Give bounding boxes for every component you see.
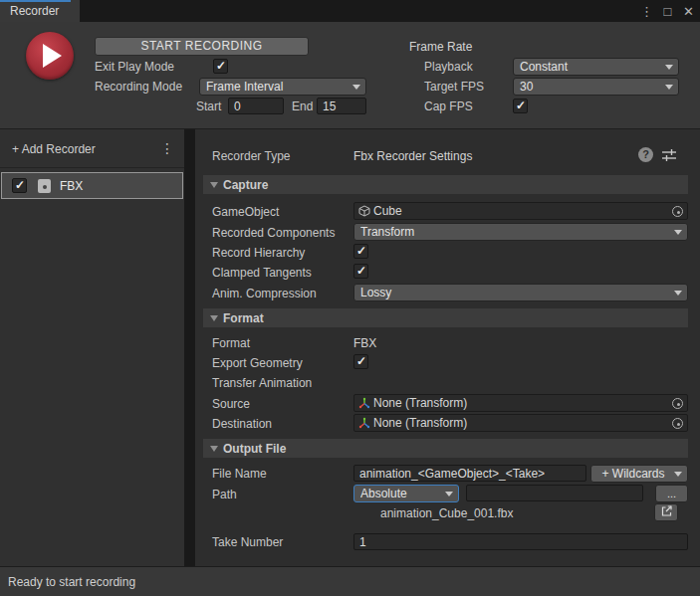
- dropdown-value: Absolute: [360, 487, 440, 500]
- add-recorder-button[interactable]: + Add Recorder: [12, 142, 96, 156]
- object-picker-icon[interactable]: [672, 206, 683, 217]
- playback-label: Playback: [424, 60, 473, 74]
- chevron-down-icon: [674, 472, 682, 477]
- section-title: Format: [223, 311, 264, 325]
- source-label: Source: [212, 397, 250, 411]
- dropdown-value: Transform: [360, 225, 669, 239]
- object-picker-icon[interactable]: [672, 418, 683, 429]
- transform-icon: [358, 417, 370, 429]
- recorder-clip-icon: [38, 179, 51, 193]
- exit-play-mode-checkbox[interactable]: [213, 59, 228, 74]
- window-controls: ⋮ □ ✕: [639, 1, 696, 21]
- recorder-item-label: FBX: [60, 179, 83, 193]
- playback-dropdown[interactable]: Constant: [513, 58, 679, 76]
- record-hierarchy-checkbox[interactable]: [353, 244, 368, 259]
- browse-path-button[interactable]: ...: [655, 485, 688, 502]
- wildcards-button[interactable]: + Wildcards: [590, 465, 688, 483]
- section-output-file[interactable]: Output File: [203, 439, 688, 458]
- foldout-arrow-icon: [210, 182, 218, 188]
- maximize-icon[interactable]: □: [660, 4, 675, 19]
- transfer-animation-label: Transfer Animation: [212, 376, 312, 390]
- transform-icon: [358, 397, 370, 409]
- target-fps-label: Target FPS: [424, 80, 484, 94]
- file-name-label: File Name: [212, 467, 267, 481]
- anim-compression-dropdown[interactable]: Lossy: [353, 284, 688, 301]
- end-frame-label: End: [292, 99, 313, 113]
- dropdown-value: Lossy: [360, 286, 669, 299]
- recorder-tab[interactable]: Recorder: [0, 0, 80, 22]
- clamped-tangents-label: Clamped Tangents: [212, 266, 312, 280]
- anim-compression-label: Anim. Compression: [212, 287, 317, 300]
- gameobject-label: GameObject: [212, 205, 279, 219]
- wildcards-label: + Wildcards: [601, 467, 664, 481]
- format-label: Format: [212, 336, 250, 350]
- object-value: None (Transform): [373, 416, 665, 430]
- start-frame-input[interactable]: [228, 98, 284, 114]
- chevron-down-icon: [674, 291, 682, 296]
- open-output-location-button[interactable]: [654, 503, 678, 521]
- frame-rate-heading: Frame Rate: [409, 40, 472, 54]
- gameobject-field[interactable]: Cube: [353, 202, 688, 220]
- clamped-tangents-checkbox[interactable]: [353, 264, 368, 279]
- section-format[interactable]: Format: [203, 308, 688, 327]
- recorder-type-label: Recorder Type: [212, 149, 291, 163]
- chevron-down-icon: [352, 85, 360, 90]
- end-frame-input[interactable]: [317, 98, 366, 114]
- foldout-arrow-icon: [210, 315, 218, 321]
- recorded-components-label: Recorded Components: [212, 226, 335, 240]
- open-external-icon: [660, 504, 673, 520]
- take-number-input[interactable]: [353, 533, 688, 550]
- recorded-components-dropdown[interactable]: Transform: [353, 223, 688, 241]
- object-picker-icon[interactable]: [672, 398, 683, 409]
- help-icon[interactable]: ?: [638, 147, 653, 162]
- cube-icon: [358, 205, 370, 217]
- preset-icon[interactable]: [661, 147, 677, 163]
- path-mode-dropdown[interactable]: Absolute: [353, 485, 459, 502]
- export-geometry-checkbox[interactable]: [353, 354, 368, 369]
- foldout-arrow-icon: [210, 446, 218, 452]
- tab-label: Recorder: [10, 4, 59, 18]
- recording-mode-dropdown[interactable]: Frame Interval: [199, 78, 366, 96]
- record-hierarchy-label: Record Hierarchy: [212, 246, 305, 260]
- target-fps-dropdown[interactable]: 30: [513, 78, 679, 96]
- export-geometry-label: Export Geometry: [212, 356, 303, 370]
- destination-label: Destination: [212, 417, 272, 431]
- source-field[interactable]: None (Transform): [353, 394, 688, 412]
- window-menu-icon[interactable]: ⋮: [639, 4, 654, 19]
- chevron-down-icon: [674, 230, 682, 235]
- section-title: Output File: [223, 442, 286, 456]
- recorder-settings-panel: Recorder Type Fbx Recorder Settings ? Ca…: [195, 129, 700, 566]
- record-play-button[interactable]: [26, 32, 74, 80]
- cap-fps-label: Cap FPS: [424, 99, 473, 113]
- take-number-label: Take Number: [212, 535, 283, 549]
- file-name-input[interactable]: [353, 465, 586, 482]
- recorder-list-header: + Add Recorder ⋮: [0, 129, 184, 168]
- window-titlebar: Recorder ⋮ □ ✕: [0, 0, 700, 22]
- cap-fps-checkbox[interactable]: [513, 99, 528, 113]
- chevron-down-icon: [665, 85, 673, 90]
- close-icon[interactable]: ✕: [681, 4, 696, 19]
- output-file-preview: animation_Cube_001.fbx: [380, 506, 513, 520]
- exit-play-mode-label: Exit Play Mode: [95, 60, 174, 74]
- format-value: FBX: [353, 336, 376, 350]
- object-value: None (Transform): [373, 396, 665, 410]
- play-icon: [43, 44, 62, 68]
- section-capture[interactable]: Capture: [203, 175, 688, 194]
- path-label: Path: [212, 488, 237, 501]
- kebab-menu-icon[interactable]: ⋮: [160, 140, 174, 156]
- start-recording-button[interactable]: START RECORDING: [95, 37, 309, 56]
- start-frame-label: Start: [196, 99, 221, 113]
- recorder-enabled-checkbox[interactable]: [12, 178, 27, 193]
- dropdown-value: Constant: [520, 60, 660, 74]
- recorder-list-panel: + Add Recorder ⋮ FBX: [0, 129, 184, 566]
- recorder-type-value: Fbx Recorder Settings: [353, 149, 472, 163]
- status-bar: Ready to start recording: [0, 566, 700, 596]
- dropdown-value: 30: [520, 80, 660, 94]
- path-input[interactable]: [466, 485, 643, 501]
- dropdown-value: Frame Interval: [206, 80, 348, 94]
- destination-field[interactable]: None (Transform): [353, 414, 688, 432]
- object-value: Cube: [373, 204, 665, 218]
- recorder-list-item-fbx[interactable]: FBX: [1, 172, 183, 199]
- status-message: Ready to start recording: [8, 575, 135, 589]
- chevron-down-icon: [665, 65, 673, 70]
